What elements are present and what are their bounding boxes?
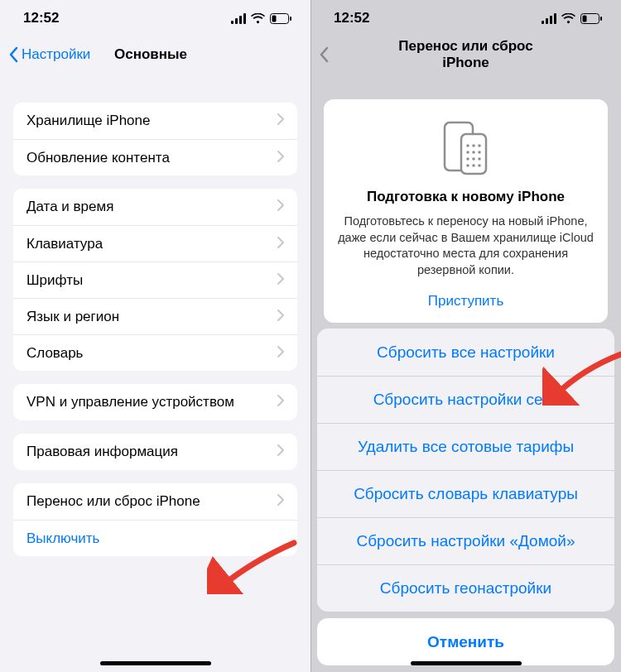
- wifi-icon: [561, 13, 575, 24]
- svg-point-18: [472, 164, 475, 167]
- row-label: Правовая информация: [26, 444, 277, 460]
- cancel-button[interactable]: Отменить: [317, 618, 614, 665]
- settings-list: Хранилище iPhoneОбновление контентаДата …: [0, 103, 310, 556]
- chevron-right-icon: [277, 346, 284, 361]
- row-label: Дата и время: [26, 199, 277, 215]
- action-sheet-option[interactable]: Сбросить словарь клавиатуры: [317, 470, 614, 517]
- battery-icon: [580, 13, 603, 24]
- nav-bar: Настройки Основные: [0, 36, 310, 73]
- home-indicator[interactable]: [411, 661, 522, 665]
- row-label: Шрифты: [26, 272, 277, 289]
- chevron-right-icon: [277, 199, 284, 214]
- action-sheet-option[interactable]: Сбросить геонастройки: [317, 564, 614, 612]
- settings-group: Дата и времяКлавиатураШрифтыЯзык и регио…: [13, 189, 297, 371]
- settings-group: Правовая информация: [13, 434, 297, 470]
- status-icons: [542, 13, 603, 24]
- settings-row[interactable]: Выключить: [13, 520, 297, 556]
- wifi-icon: [251, 13, 265, 24]
- action-sheet-option[interactable]: Сбросить все настройки: [317, 329, 614, 376]
- svg-point-10: [478, 144, 481, 147]
- svg-point-15: [472, 157, 475, 161]
- svg-rect-1: [272, 15, 277, 22]
- nav-bar: Перенос или сброс iPhone: [310, 36, 621, 73]
- svg-point-17: [466, 164, 469, 167]
- chevron-left-icon: [319, 46, 329, 63]
- card-cta[interactable]: Приступить: [337, 293, 595, 310]
- svg-point-14: [466, 157, 469, 161]
- status-bar: 12:52: [0, 0, 310, 36]
- settings-row[interactable]: Язык и регион: [13, 298, 297, 334]
- settings-row[interactable]: Шрифты: [13, 262, 297, 298]
- row-label: Обновление контента: [26, 150, 277, 166]
- settings-row[interactable]: Хранилище iPhone: [13, 103, 297, 139]
- row-label: Клавиатура: [26, 236, 277, 252]
- svg-point-16: [478, 157, 481, 161]
- settings-row[interactable]: Обновление контента: [13, 139, 297, 175]
- svg-rect-5: [600, 17, 602, 21]
- svg-rect-4: [583, 15, 587, 22]
- back-button[interactable]: Настройки: [8, 46, 90, 63]
- action-sheet-option[interactable]: Удалить все сотовые тарифы: [317, 423, 614, 470]
- action-sheet-option[interactable]: Сбросить настройки сети: [317, 376, 614, 423]
- chevron-left-icon: [8, 46, 18, 63]
- chevron-right-icon: [277, 151, 284, 166]
- svg-point-13: [478, 151, 481, 154]
- settings-group: VPN и управление устройством: [13, 384, 297, 420]
- status-icons: [231, 13, 292, 24]
- row-label: Словарь: [26, 345, 277, 362]
- action-sheet-group: Сбросить все настройкиСбросить настройки…: [317, 329, 614, 612]
- settings-row[interactable]: Перенос или сброс iPhone: [13, 483, 297, 520]
- chevron-right-icon: [277, 494, 284, 509]
- card-title: Подготовка к новому iPhone: [337, 189, 595, 205]
- row-label: Язык и регион: [26, 309, 277, 325]
- svg-point-19: [478, 164, 481, 167]
- row-label: VPN и управление устройством: [26, 394, 277, 410]
- status-time: 12:52: [23, 10, 59, 26]
- svg-rect-2: [290, 17, 291, 21]
- chevron-right-icon: [277, 113, 284, 128]
- svg-point-9: [472, 144, 475, 147]
- card-body: Подготовьтесь к переносу на новый iPhone…: [337, 214, 595, 278]
- devices-icon: [337, 119, 595, 177]
- svg-point-12: [472, 151, 475, 154]
- chevron-right-icon: [277, 273, 284, 288]
- chevron-right-icon: [277, 444, 284, 459]
- home-indicator[interactable]: [100, 661, 211, 665]
- prepare-new-iphone-card: Подготовка к новому iPhone Подготовьтесь…: [324, 99, 608, 323]
- status-time: 12:52: [334, 10, 369, 26]
- action-sheet: Сбросить все настройкиСбросить настройки…: [310, 329, 621, 672]
- screen-transfer-reset: 12:52 Перенос или сброс iPhone: [310, 0, 621, 672]
- row-label: Выключить: [26, 530, 284, 547]
- back-label: Настройки: [22, 46, 90, 63]
- settings-row[interactable]: Клавиатура: [13, 225, 297, 262]
- status-bar: 12:52: [310, 0, 621, 36]
- screen-general-settings: 12:52 Настройки Основные Хранилище iPhon…: [0, 0, 310, 672]
- settings-group: Перенос или сброс iPhoneВыключить: [13, 483, 297, 556]
- settings-row[interactable]: Дата и время: [13, 189, 297, 225]
- cellular-signal-icon: [542, 13, 556, 24]
- settings-row[interactable]: Правовая информация: [13, 434, 297, 470]
- battery-icon: [270, 13, 292, 24]
- row-label: Хранилище iPhone: [26, 113, 277, 129]
- chevron-right-icon: [277, 310, 284, 324]
- action-sheet-option[interactable]: Сбросить настройки «Домой»: [317, 517, 614, 564]
- chevron-right-icon: [277, 237, 284, 252]
- screen-divider: [310, 0, 311, 672]
- page-title: Перенос или сброс iPhone: [310, 38, 621, 71]
- cellular-signal-icon: [231, 13, 246, 24]
- settings-row[interactable]: Словарь: [13, 334, 297, 371]
- chevron-right-icon: [277, 395, 284, 410]
- settings-group: Хранилище iPhoneОбновление контента: [13, 103, 297, 175]
- back-button[interactable]: [319, 46, 332, 63]
- settings-row[interactable]: VPN и управление устройством: [13, 384, 297, 420]
- svg-rect-7: [461, 134, 486, 174]
- svg-point-8: [466, 144, 469, 147]
- row-label: Перенос или сброс iPhone: [26, 493, 277, 510]
- svg-point-11: [466, 151, 469, 154]
